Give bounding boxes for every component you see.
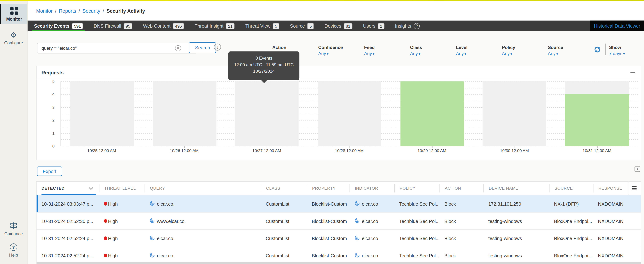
column-header-policy[interactable]: POLICY <box>394 184 440 193</box>
tab-web-content[interactable]: Web Content496 <box>138 21 190 31</box>
query-text[interactable]: eicar.co. <box>157 201 174 206</box>
show-dropdown[interactable]: 7 days▾ <box>609 51 625 56</box>
filter-dropdown[interactable]: Any▾ <box>502 51 515 56</box>
tab-count-badge: 5 <box>273 23 279 29</box>
threat-level-high-dot <box>104 219 107 223</box>
cell-indicator: eicar.co <box>350 235 394 241</box>
cell-threat-level: High <box>99 253 144 258</box>
table-info-icon[interactable]: i <box>634 166 640 172</box>
sidebar-item-monitor[interactable]: Monitor <box>0 4 27 24</box>
info-icon[interactable]: i <box>214 44 221 51</box>
tab-threat-insight[interactable]: Threat Insight21 <box>189 21 240 31</box>
events-table: DETECTEDTHREAT LEVELQUERYCLASSPROPERTYIN… <box>36 181 641 264</box>
y-tick-label: 3 <box>36 105 54 110</box>
sidebar-spacer <box>0 48 27 220</box>
breadcrumb-link-security[interactable]: Security <box>82 8 100 14</box>
collapse-icon[interactable] <box>630 72 635 73</box>
indicator-text[interactable]: eicar.co <box>362 201 378 206</box>
threat-indicator-icon <box>354 252 360 259</box>
sidebar-item-guidance[interactable]: Guidance <box>0 220 27 238</box>
column-header-query[interactable]: QUERY <box>144 184 261 193</box>
query-text[interactable]: www.eicar.co. <box>157 218 186 223</box>
cell-source: BloxOne Endpoi... <box>549 236 593 241</box>
sidebar-item-help[interactable]: ? Help <box>0 241 27 260</box>
historical-data-viewer-button[interactable]: Historical Data Viewer <box>590 21 644 31</box>
tab-dns-firewall[interactable]: DNS Firewall95 <box>88 21 138 31</box>
column-header-source[interactable]: SOURCE <box>549 184 593 193</box>
breadcrumb-link-reports[interactable]: Reports <box>59 8 76 14</box>
cell-device-name: testing-windows <box>484 253 549 258</box>
column-menu-button[interactable] <box>628 182 640 195</box>
filter-value: Any <box>364 51 372 56</box>
y-tick-label: 2 <box>36 118 54 122</box>
filter-dropdown[interactable]: Any▾ <box>548 51 563 56</box>
table-row[interactable]: 10-31-2024 02:52:24 p...Higheicar.co.Cus… <box>36 230 641 247</box>
cell-property: Blocklist-Custom <box>307 218 350 223</box>
search-input[interactable] <box>37 43 197 53</box>
tab-source[interactable]: Source5 <box>285 21 319 31</box>
filter-dropdown[interactable]: Any▾ <box>318 51 343 56</box>
table-row[interactable]: 10-31-2024 02:52:30 p...Highwww.eicar.co… <box>36 213 641 230</box>
tab-threat-view[interactable]: Threat View5 <box>240 21 285 31</box>
tab-label: Web Content <box>143 23 170 28</box>
query-text[interactable]: eicar.co. <box>157 253 174 258</box>
filter-dropdown[interactable]: Any▾ <box>364 51 374 56</box>
y-tick-label: 0 <box>36 144 54 148</box>
column-header-device-name[interactable]: DEVICE NAME <box>484 184 549 193</box>
y-tick-label: 1 <box>36 131 54 135</box>
threat-level-text: High <box>108 236 118 241</box>
event-bar[interactable] <box>565 94 629 146</box>
cell-source: BloxOne Endpoi... <box>549 253 593 258</box>
query-text[interactable]: eicar.co. <box>157 236 174 241</box>
tab-count-badge: 21 <box>226 23 235 29</box>
tab-users[interactable]: Users2 <box>358 21 390 31</box>
indicator-text[interactable]: eicar.co <box>362 236 378 241</box>
table-bottom-strip <box>36 262 641 264</box>
filter-label: Level <box>456 45 468 50</box>
cell-query: www.eicar.co. <box>144 218 261 224</box>
column-header-label: QUERY <box>150 186 165 190</box>
column-header-threat-level[interactable]: THREAT LEVEL <box>99 184 144 193</box>
help-circle-icon[interactable]: ? <box>414 23 420 29</box>
filter-dropdown[interactable]: Any▾ <box>456 51 468 56</box>
tooltip-events-count: 0 Events <box>228 55 300 61</box>
column-header-property[interactable]: PROPERTY <box>307 184 350 193</box>
tab-insights[interactable]: Insights? <box>390 21 425 31</box>
tab-devices[interactable]: Devices81 <box>319 21 358 31</box>
filter-level: LevelAny▾ <box>456 45 468 56</box>
x-tick-mark <box>102 146 102 148</box>
indicator-text[interactable]: eicar.co <box>362 253 378 258</box>
filter-label: Source <box>548 45 563 50</box>
search-button[interactable]: Search <box>189 42 216 53</box>
table-row[interactable]: 10-31-2024 03:03:47 p...Higheicar.co.Cus… <box>36 195 641 213</box>
sidebar-item-label: Monitor <box>6 16 22 21</box>
bar-column <box>143 81 226 146</box>
refresh-icon[interactable] <box>594 46 601 53</box>
cell-device-name: testing-windows <box>484 236 549 241</box>
column-header-response[interactable]: RESPONSE <box>593 184 628 193</box>
background-bar <box>318 81 381 146</box>
cell-response: NXDOMAIN <box>593 218 628 223</box>
sidebar-item-configure[interactable]: ⚙ Configure <box>0 29 27 48</box>
cell-action: Block <box>440 236 484 241</box>
cell-property: Blocklist-Custom <box>307 201 350 206</box>
cell-policy: Techblue Sec Pol... <box>394 201 440 206</box>
column-header-action[interactable]: ACTION <box>440 184 484 193</box>
column-header-indicator[interactable]: INDICATOR <box>350 184 394 193</box>
breadcrumb-link-monitor[interactable]: Monitor <box>36 8 52 14</box>
threat-indicator-icon <box>354 235 360 241</box>
column-header-class[interactable]: CLASS <box>261 184 307 193</box>
event-bar[interactable] <box>400 81 464 146</box>
filter-dropdown[interactable]: Any▾ <box>410 51 422 56</box>
tab-security-events[interactable]: Security Events591 <box>29 21 88 31</box>
indicator-text[interactable]: eicar.co <box>362 218 378 223</box>
table-row[interactable]: 10-31-2024 02:52:24 p...Higheicar.co.Cus… <box>36 247 641 264</box>
threat-indicator-icon <box>150 235 155 241</box>
clear-search-icon[interactable]: ✕ <box>175 45 181 52</box>
x-tick-label: 10/29 12:00 AM <box>390 148 473 153</box>
column-header-detected[interactable]: DETECTED <box>36 182 99 195</box>
tab-list: Security Events591DNS Firewall95Web Cont… <box>29 21 425 31</box>
x-tick-mark <box>184 146 185 148</box>
export-button[interactable]: Export <box>37 167 62 176</box>
sidebar: Monitor ⚙ Configure Guidance ? Help <box>0 1 28 264</box>
